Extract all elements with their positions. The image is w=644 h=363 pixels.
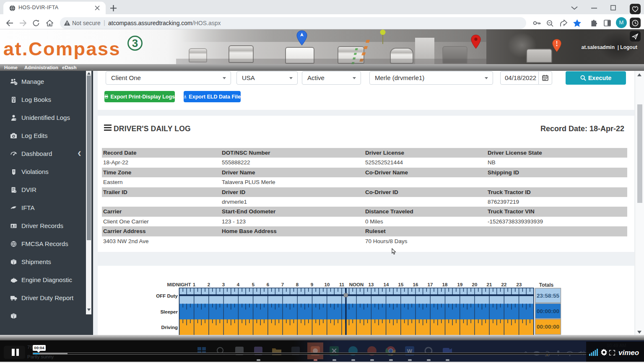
svg-text:NOON: NOON	[349, 282, 364, 287]
svg-text:22: 22	[501, 282, 507, 287]
svg-text:Driving: Driving	[161, 325, 178, 330]
svg-text:2: 2	[208, 282, 210, 287]
svg-text:6: 6	[267, 282, 269, 287]
svg-text:21: 21	[487, 282, 492, 287]
svg-text:MIDNIGHT: MIDNIGHT	[167, 282, 191, 287]
svg-text:14: 14	[384, 282, 389, 287]
svg-text:Totals: Totals	[539, 282, 554, 288]
svg-text:00:00:00: 00:00:00	[537, 324, 559, 330]
svg-text:3: 3	[222, 282, 225, 287]
svg-text:16: 16	[413, 282, 418, 287]
svg-text:23: 23	[517, 282, 522, 287]
svg-text:5: 5	[252, 282, 255, 287]
svg-text:7: 7	[281, 282, 284, 287]
svg-text:19: 19	[457, 282, 463, 287]
svg-text:10: 10	[325, 282, 330, 287]
svg-text:23:58:55: 23:58:55	[537, 293, 560, 299]
svg-text:17: 17	[428, 282, 433, 287]
svg-text:OFF Duty: OFF Duty	[156, 293, 178, 298]
svg-text:9: 9	[311, 282, 313, 287]
svg-text:8: 8	[296, 282, 299, 287]
svg-text:11: 11	[339, 282, 345, 287]
svg-text:15: 15	[398, 282, 404, 287]
svg-text:4: 4	[237, 282, 240, 287]
svg-text:00:00:00: 00:00:00	[537, 308, 559, 314]
svg-text:Sleeper: Sleeper	[160, 309, 178, 314]
svg-text:1: 1	[193, 282, 196, 287]
svg-text:18: 18	[442, 282, 448, 287]
svg-text:20: 20	[472, 282, 478, 287]
svg-text:13: 13	[369, 282, 374, 287]
